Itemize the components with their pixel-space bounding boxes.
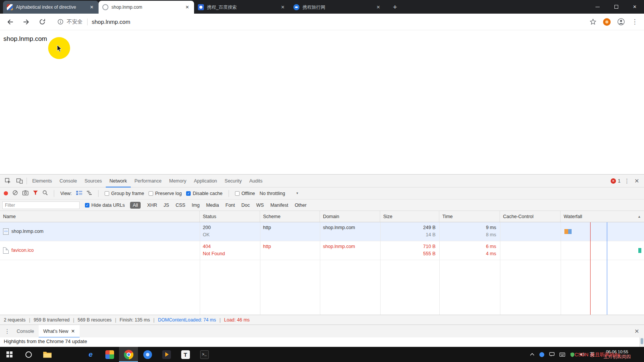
typora-button[interactable]: T [176, 347, 195, 362]
drawer-tab-console[interactable]: Console [12, 325, 39, 338]
security-label[interactable]: 不安全 [67, 19, 88, 25]
system-tray: 英 06-06 10:55 五月初四周四 CSDN @且听风吟thj [530, 347, 644, 362]
request-row-favicon[interactable]: favicon.ico 404 Not Found http shop.lnmp… [0, 241, 644, 260]
filter-toggle-button[interactable] [33, 190, 38, 197]
maximize-button[interactable] [607, 0, 625, 14]
new-tab-button[interactable]: + [390, 3, 400, 11]
tab-close-icon[interactable]: ✕ [280, 5, 286, 10]
column-header-time[interactable]: Time [439, 211, 500, 222]
window-close-button[interactable]: ✕ [625, 0, 644, 14]
devtools-tab-audits[interactable]: Audits [246, 175, 266, 187]
browser-tab-shop-lnmp[interactable]: shop.lnmp.com ✕ [99, 1, 194, 14]
tray-keyboard-icon[interactable] [559, 353, 565, 357]
offline-checkbox[interactable]: Offline [235, 191, 255, 196]
tray-volume-button[interactable] [580, 352, 585, 357]
filter-type-other[interactable]: Other [295, 203, 306, 208]
photos-app-button[interactable] [100, 347, 119, 362]
column-header-waterfall[interactable]: Waterfall ▲ [561, 211, 644, 222]
file-explorer-button[interactable] [38, 347, 57, 362]
column-header-cache-control[interactable]: Cache-Control [500, 211, 561, 222]
menu-kebab-icon[interactable]: ⋮ [631, 19, 638, 25]
media-player-button[interactable] [157, 347, 176, 362]
record-button[interactable] [4, 191, 8, 195]
devtools-tab-security[interactable]: Security [221, 175, 246, 187]
forward-button[interactable] [22, 18, 30, 26]
device-toolbar-button[interactable] [14, 176, 25, 186]
filter-type-doc[interactable]: Doc [241, 203, 250, 208]
hide-data-urls-checkbox[interactable]: ✓ Hide data URLs [85, 203, 125, 208]
minimize-button[interactable] [588, 0, 607, 14]
column-header-status[interactable]: Status [200, 211, 260, 222]
bookmark-star-icon[interactable] [590, 19, 596, 25]
request-row-shop-lnmp[interactable]: <> shop.lnmp.com 200 OK http shop.lnmp.c… [0, 222, 644, 241]
filter-type-xhr[interactable]: XHR [147, 203, 157, 208]
filter-type-all[interactable]: All [130, 202, 141, 209]
start-button[interactable] [0, 347, 19, 362]
search-button[interactable] [42, 190, 48, 197]
throttling-dropdown[interactable]: No throttling ▼ [260, 191, 299, 196]
drawer-menu-kebab-icon[interactable]: ⋮ [2, 328, 12, 335]
tray-shield-icon[interactable] [570, 352, 575, 357]
drawer-tab-whats-new[interactable]: What's New ✕ [39, 325, 80, 338]
ie-browser-button[interactable]: e [81, 347, 100, 362]
tab-close-icon[interactable]: ✕ [184, 5, 190, 10]
omnibox[interactable]: 不安全 shop.lnmp.com [58, 19, 582, 25]
extension-icon[interactable] [603, 18, 611, 26]
devtools-tab-elements[interactable]: Elements [28, 175, 56, 187]
filter-input[interactable] [2, 201, 80, 209]
error-count-badge[interactable]: ✕ 1 [611, 178, 622, 184]
tray-clock[interactable]: 06-06 10:55 五月初四周四 [600, 350, 635, 359]
scheme-cell: http [260, 222, 320, 241]
column-header-domain[interactable]: Domain [320, 211, 380, 222]
browser-tab-baidu-search[interactable]: 携程_百度搜索 ✕ [194, 1, 290, 14]
tray-app-icon-blue[interactable] [539, 352, 544, 357]
tab-close-icon[interactable]: ✕ [89, 5, 95, 10]
column-header-name[interactable]: Name [0, 211, 200, 222]
scrollbar-thumb[interactable] [641, 338, 643, 344]
inspect-element-button[interactable] [2, 176, 14, 186]
input-language-indicator[interactable]: 英 [590, 351, 595, 358]
devtools-tab-application[interactable]: Application [190, 175, 221, 187]
profile-icon[interactable] [617, 18, 625, 25]
column-header-size[interactable]: Size [380, 211, 439, 222]
filter-type-font[interactable]: Font [226, 203, 235, 208]
refresh-button[interactable] [38, 18, 46, 26]
drawer-tab-close-icon[interactable]: ✕ [71, 328, 75, 334]
drawer-close-icon[interactable]: ✕ [632, 328, 642, 335]
blue-browser-button[interactable] [138, 347, 157, 362]
clear-button[interactable] [13, 190, 18, 197]
filter-type-manifest[interactable]: Manifest [270, 203, 288, 208]
column-header-scheme[interactable]: Scheme [260, 211, 320, 222]
devtools-tab-console[interactable]: Console [56, 175, 81, 187]
scrollbar[interactable] [639, 337, 644, 347]
group-by-frame-checkbox[interactable]: Group by frame [105, 191, 144, 196]
filter-type-media[interactable]: Media [206, 203, 219, 208]
filter-type-img[interactable]: Img [192, 203, 200, 208]
devtools-tab-memory[interactable]: Memory [165, 175, 190, 187]
back-button[interactable] [6, 18, 14, 26]
tray-chat-icon[interactable] [549, 352, 555, 357]
browser-tab-ctrip[interactable]: 携程旅行网 ✕ [290, 1, 385, 14]
devtools-menu-kebab-icon[interactable]: ⋮ [622, 178, 632, 184]
devtools-tab-performance[interactable]: Performance [131, 175, 166, 187]
devtools-tab-network[interactable]: Network [106, 175, 131, 187]
screenshot-button[interactable] [22, 190, 28, 197]
request-type-filters: All XHR JS CSS Img Media Font Doc WS Man… [130, 202, 306, 209]
browser-tab-apache-docs[interactable]: Alphabetical index of directive ✕ [3, 1, 99, 14]
devtools-close-icon[interactable]: ✕ [632, 178, 642, 184]
filter-type-css[interactable]: CSS [175, 203, 185, 208]
chrome-button[interactable] [119, 347, 138, 362]
filter-type-js[interactable]: JS [164, 203, 169, 208]
search-button[interactable] [19, 347, 38, 362]
tab-close-icon[interactable]: ✕ [375, 5, 381, 10]
terminal-button[interactable]: >_ [195, 347, 214, 362]
large-rows-toggle[interactable] [76, 190, 82, 197]
overview-toggle[interactable] [87, 190, 92, 197]
filter-type-ws[interactable]: WS [256, 203, 264, 208]
disable-cache-checkbox[interactable]: ✓ Disable cache [186, 191, 223, 196]
preserve-log-checkbox[interactable]: Preserve log [149, 191, 182, 196]
network-summary-bar: 2 requests | 959 B transferred | 569 B r… [0, 315, 644, 325]
devtools-tab-sources[interactable]: Sources [81, 175, 106, 187]
tray-expand-button[interactable] [530, 353, 534, 356]
url-text[interactable]: shop.lnmp.com [91, 19, 130, 25]
